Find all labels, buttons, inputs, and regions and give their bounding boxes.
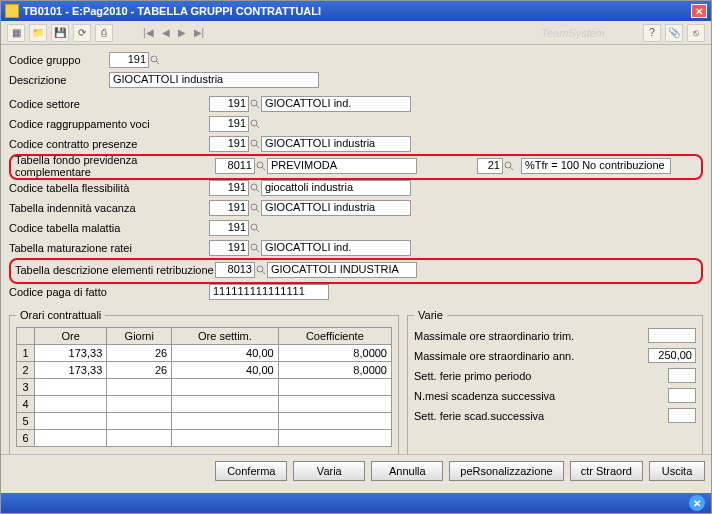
tool-exit[interactable]: ⎋ — [687, 24, 705, 42]
label-fondo: Tabella fondo previdenza complementare — [15, 154, 215, 178]
tool-open[interactable]: 📁 — [29, 24, 47, 42]
lookup-icon[interactable] — [255, 262, 267, 278]
svg-line-21 — [262, 271, 265, 274]
label-varie-3: N.mesi scadenza successiva — [414, 390, 668, 402]
table-orari[interactable]: Ore Giorni Ore settim. Coefficiente 1173… — [16, 327, 392, 447]
nav-prev[interactable]: ◀ — [160, 27, 172, 38]
label-raggr: Codice raggruppamento voci — [9, 118, 209, 130]
label-descrizione: Descrizione — [9, 74, 109, 86]
status-close-icon[interactable]: ✕ — [689, 495, 705, 511]
label-varie-2: Sett. ferie primo periodo — [414, 370, 668, 382]
highlight-fondo: Tabella fondo previdenza complementare 8… — [9, 154, 703, 180]
svg-line-15 — [256, 209, 259, 212]
tool-new[interactable]: ▦ — [7, 24, 25, 42]
svg-line-13 — [256, 189, 259, 192]
label-varie-1: Massimale ore straordinario ann. — [414, 350, 648, 362]
label-codice-gruppo: Codice gruppo — [9, 54, 109, 66]
input-varie-2[interactable] — [668, 368, 696, 383]
input-ratei-desc: GIOCATTOLI ind. — [261, 240, 411, 256]
col-rownum — [17, 328, 35, 345]
annulla-button[interactable]: Annulla — [371, 461, 443, 481]
tool-attach[interactable]: 📎 — [665, 24, 683, 42]
svg-line-7 — [256, 145, 259, 148]
col-ore: Ore — [35, 328, 107, 345]
close-button[interactable]: ✕ — [691, 4, 707, 18]
input-paga-desc[interactable]: 111111111111111 — [209, 284, 329, 300]
label-varie-4: Sett. ferie scad.successiva — [414, 410, 668, 422]
lookup-icon[interactable] — [249, 240, 261, 256]
input-ratei-code[interactable]: 191 — [209, 240, 249, 256]
legend-orari: Orari contrattuali — [16, 309, 105, 321]
tool-save[interactable]: 💾 — [51, 24, 69, 42]
input-flessibilita-code[interactable]: 191 — [209, 180, 249, 196]
conferma-button[interactable]: Conferma — [215, 461, 287, 481]
tool-refresh[interactable]: ⟳ — [73, 24, 91, 42]
svg-line-11 — [510, 167, 513, 170]
input-fondo-desc: PREVIMODA — [267, 158, 417, 174]
table-row: 2173,332640,008,0000 — [17, 362, 392, 379]
label-ratei: Tabella maturazione ratei — [9, 242, 209, 254]
brand: TeamSystem — [541, 27, 605, 39]
input-varie-3[interactable] — [668, 388, 696, 403]
lookup-icon[interactable] — [149, 52, 161, 68]
input-raggr-code[interactable]: 191 — [209, 116, 249, 132]
input-varie-1[interactable]: 250,00 — [648, 348, 696, 363]
label-vacanza: Tabella indennità vacanza — [9, 202, 209, 214]
input-malattia-code[interactable]: 191 — [209, 220, 249, 236]
personalizzazione-button[interactable]: peRsonalizzazione — [449, 461, 563, 481]
input-codice-gruppo[interactable]: 191 — [109, 52, 149, 68]
lookup-icon[interactable] — [249, 180, 261, 196]
legend-varie: Varie — [414, 309, 447, 321]
input-retrib-code[interactable]: 8013 — [215, 262, 255, 278]
input-settore-desc: GIOCATTOLI ind. — [261, 96, 411, 112]
table-row: 3 — [17, 379, 392, 396]
lookup-icon[interactable] — [249, 96, 261, 112]
label-varie-0: Massimale ore straordinario trim. — [414, 330, 648, 342]
input-settore-code[interactable]: 191 — [209, 96, 249, 112]
tool-help[interactable]: ? — [643, 24, 661, 42]
tool-print[interactable]: ⎙ — [95, 24, 113, 42]
nav-next[interactable]: ▶ — [176, 27, 188, 38]
input-descrizione[interactable]: GIOCATTOLI industria — [109, 72, 319, 88]
lookup-icon[interactable] — [249, 116, 261, 132]
svg-line-1 — [156, 61, 159, 64]
uscita-button[interactable]: Uscita — [649, 461, 705, 481]
label-retrib: Tabella descrizione elementi retribuzion… — [15, 264, 215, 276]
table-row: 1173,332640,008,0000 — [17, 345, 392, 362]
lookup-icon[interactable] — [249, 200, 261, 216]
table-row: 5 — [17, 413, 392, 430]
input-vacanza-code[interactable]: 191 — [209, 200, 249, 216]
highlight-retrib: Tabella descrizione elementi retribuzion… — [9, 258, 703, 284]
varia-button[interactable]: Varia — [293, 461, 365, 481]
col-giorni: Giorni — [107, 328, 172, 345]
input-varie-0[interactable] — [648, 328, 696, 343]
svg-line-9 — [262, 167, 265, 170]
label-settore: Codice settore — [9, 98, 209, 110]
lookup-icon[interactable] — [249, 136, 261, 152]
lookup-icon[interactable] — [255, 158, 267, 174]
window-title: TB0101 - E:Pag2010 - TABELLA GRUPPI CONT… — [23, 5, 321, 17]
input-presenze-code[interactable]: 191 — [209, 136, 249, 152]
nav-last[interactable]: ▶| — [192, 27, 207, 38]
input-varie-4[interactable] — [668, 408, 696, 423]
svg-line-5 — [256, 125, 259, 128]
label-malattia: Codice tabella malattia — [9, 222, 209, 234]
label-paga: Codice paga di fatto — [9, 286, 209, 298]
col-settim: Ore settim. — [172, 328, 278, 345]
col-coeff: Coefficiente — [278, 328, 391, 345]
input-presenze-desc: GIOCATTOLI industria — [261, 136, 411, 152]
app-icon — [5, 4, 19, 18]
svg-line-19 — [256, 249, 259, 252]
lookup-icon[interactable] — [249, 220, 261, 236]
toolbar: ▦ 📁 💾 ⟳ ⎙ |◀ ◀ ▶ ▶| TeamSystem ? 📎 ⎋ — [1, 21, 711, 45]
input-vacanza-desc: GIOCATTOLI industria — [261, 200, 411, 216]
input-tfr-code[interactable]: 21 — [477, 158, 503, 174]
titlebar: TB0101 - E:Pag2010 - TABELLA GRUPPI CONT… — [1, 1, 711, 21]
table-row: 6 — [17, 430, 392, 447]
lookup-icon[interactable] — [503, 158, 515, 174]
input-flessibilita-desc: giocattoli industria — [261, 180, 411, 196]
input-fondo-code[interactable]: 8011 — [215, 158, 255, 174]
nav-first[interactable]: |◀ — [141, 27, 156, 38]
ctrstraord-button[interactable]: ctr Straord — [570, 461, 643, 481]
input-retrib-desc: GIOCATTOLI INDUSTRIA — [267, 262, 417, 278]
